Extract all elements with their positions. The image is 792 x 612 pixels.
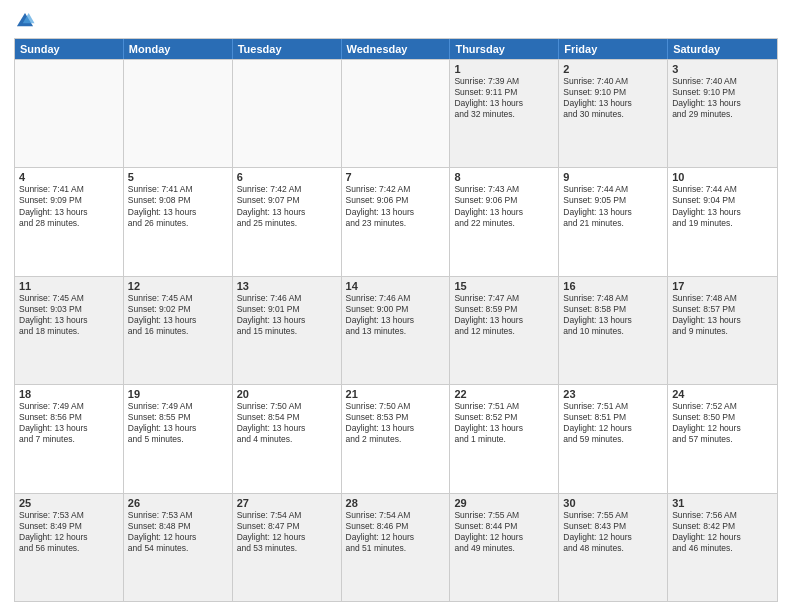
calendar-body: 1Sunrise: 7:39 AM Sunset: 9:11 PM Daylig…	[15, 59, 777, 601]
day-info: Sunrise: 7:40 AM Sunset: 9:10 PM Dayligh…	[563, 76, 663, 120]
day-number: 9	[563, 171, 663, 183]
day-number: 12	[128, 280, 228, 292]
day-info: Sunrise: 7:54 AM Sunset: 8:47 PM Dayligh…	[237, 510, 337, 554]
calendar-day-cell: 21Sunrise: 7:50 AM Sunset: 8:53 PM Dayli…	[342, 385, 451, 492]
day-number: 21	[346, 388, 446, 400]
day-info: Sunrise: 7:39 AM Sunset: 9:11 PM Dayligh…	[454, 76, 554, 120]
day-number: 7	[346, 171, 446, 183]
logo	[14, 10, 40, 32]
logo-icon	[14, 10, 36, 32]
day-info: Sunrise: 7:46 AM Sunset: 9:01 PM Dayligh…	[237, 293, 337, 337]
calendar-day-cell: 10Sunrise: 7:44 AM Sunset: 9:04 PM Dayli…	[668, 168, 777, 275]
calendar-day-cell: 15Sunrise: 7:47 AM Sunset: 8:59 PM Dayli…	[450, 277, 559, 384]
calendar-week-row: 4Sunrise: 7:41 AM Sunset: 9:09 PM Daylig…	[15, 167, 777, 275]
calendar-day-cell: 23Sunrise: 7:51 AM Sunset: 8:51 PM Dayli…	[559, 385, 668, 492]
day-number: 6	[237, 171, 337, 183]
day-number: 15	[454, 280, 554, 292]
day-info: Sunrise: 7:54 AM Sunset: 8:46 PM Dayligh…	[346, 510, 446, 554]
day-number: 23	[563, 388, 663, 400]
day-number: 11	[19, 280, 119, 292]
calendar-day-cell: 13Sunrise: 7:46 AM Sunset: 9:01 PM Dayli…	[233, 277, 342, 384]
day-info: Sunrise: 7:49 AM Sunset: 8:55 PM Dayligh…	[128, 401, 228, 445]
calendar-day-cell: 6Sunrise: 7:42 AM Sunset: 9:07 PM Daylig…	[233, 168, 342, 275]
calendar-week-row: 11Sunrise: 7:45 AM Sunset: 9:03 PM Dayli…	[15, 276, 777, 384]
day-number: 30	[563, 497, 663, 509]
calendar-day-cell: 31Sunrise: 7:56 AM Sunset: 8:42 PM Dayli…	[668, 494, 777, 601]
day-number: 25	[19, 497, 119, 509]
day-number: 3	[672, 63, 773, 75]
day-info: Sunrise: 7:45 AM Sunset: 9:03 PM Dayligh…	[19, 293, 119, 337]
calendar-day-cell: 28Sunrise: 7:54 AM Sunset: 8:46 PM Dayli…	[342, 494, 451, 601]
day-info: Sunrise: 7:50 AM Sunset: 8:54 PM Dayligh…	[237, 401, 337, 445]
day-number: 5	[128, 171, 228, 183]
header	[14, 10, 778, 32]
day-number: 19	[128, 388, 228, 400]
calendar-header-cell: Saturday	[668, 39, 777, 59]
day-number: 29	[454, 497, 554, 509]
day-number: 22	[454, 388, 554, 400]
calendar-day-cell: 26Sunrise: 7:53 AM Sunset: 8:48 PM Dayli…	[124, 494, 233, 601]
calendar-day-cell: 29Sunrise: 7:55 AM Sunset: 8:44 PM Dayli…	[450, 494, 559, 601]
day-number: 24	[672, 388, 773, 400]
day-number: 1	[454, 63, 554, 75]
calendar-day-cell: 16Sunrise: 7:48 AM Sunset: 8:58 PM Dayli…	[559, 277, 668, 384]
day-info: Sunrise: 7:48 AM Sunset: 8:57 PM Dayligh…	[672, 293, 773, 337]
calendar-day-cell	[342, 60, 451, 167]
day-info: Sunrise: 7:53 AM Sunset: 8:49 PM Dayligh…	[19, 510, 119, 554]
calendar-header-cell: Thursday	[450, 39, 559, 59]
calendar-day-cell: 7Sunrise: 7:42 AM Sunset: 9:06 PM Daylig…	[342, 168, 451, 275]
day-info: Sunrise: 7:47 AM Sunset: 8:59 PM Dayligh…	[454, 293, 554, 337]
calendar-day-cell: 25Sunrise: 7:53 AM Sunset: 8:49 PM Dayli…	[15, 494, 124, 601]
day-info: Sunrise: 7:44 AM Sunset: 9:05 PM Dayligh…	[563, 184, 663, 228]
day-number: 26	[128, 497, 228, 509]
day-number: 28	[346, 497, 446, 509]
day-info: Sunrise: 7:51 AM Sunset: 8:52 PM Dayligh…	[454, 401, 554, 445]
day-info: Sunrise: 7:55 AM Sunset: 8:43 PM Dayligh…	[563, 510, 663, 554]
calendar-day-cell: 3Sunrise: 7:40 AM Sunset: 9:10 PM Daylig…	[668, 60, 777, 167]
day-info: Sunrise: 7:55 AM Sunset: 8:44 PM Dayligh…	[454, 510, 554, 554]
day-number: 14	[346, 280, 446, 292]
calendar-day-cell: 24Sunrise: 7:52 AM Sunset: 8:50 PM Dayli…	[668, 385, 777, 492]
day-info: Sunrise: 7:42 AM Sunset: 9:07 PM Dayligh…	[237, 184, 337, 228]
day-info: Sunrise: 7:53 AM Sunset: 8:48 PM Dayligh…	[128, 510, 228, 554]
day-number: 13	[237, 280, 337, 292]
day-info: Sunrise: 7:44 AM Sunset: 9:04 PM Dayligh…	[672, 184, 773, 228]
day-info: Sunrise: 7:56 AM Sunset: 8:42 PM Dayligh…	[672, 510, 773, 554]
calendar-day-cell: 11Sunrise: 7:45 AM Sunset: 9:03 PM Dayli…	[15, 277, 124, 384]
day-info: Sunrise: 7:40 AM Sunset: 9:10 PM Dayligh…	[672, 76, 773, 120]
calendar-day-cell: 19Sunrise: 7:49 AM Sunset: 8:55 PM Dayli…	[124, 385, 233, 492]
calendar-day-cell: 5Sunrise: 7:41 AM Sunset: 9:08 PM Daylig…	[124, 168, 233, 275]
calendar-day-cell	[15, 60, 124, 167]
calendar-day-cell: 20Sunrise: 7:50 AM Sunset: 8:54 PM Dayli…	[233, 385, 342, 492]
day-number: 4	[19, 171, 119, 183]
calendar-day-cell: 18Sunrise: 7:49 AM Sunset: 8:56 PM Dayli…	[15, 385, 124, 492]
day-info: Sunrise: 7:43 AM Sunset: 9:06 PM Dayligh…	[454, 184, 554, 228]
day-number: 16	[563, 280, 663, 292]
calendar-header-cell: Tuesday	[233, 39, 342, 59]
calendar-day-cell: 14Sunrise: 7:46 AM Sunset: 9:00 PM Dayli…	[342, 277, 451, 384]
day-info: Sunrise: 7:41 AM Sunset: 9:09 PM Dayligh…	[19, 184, 119, 228]
day-info: Sunrise: 7:51 AM Sunset: 8:51 PM Dayligh…	[563, 401, 663, 445]
day-number: 31	[672, 497, 773, 509]
day-info: Sunrise: 7:50 AM Sunset: 8:53 PM Dayligh…	[346, 401, 446, 445]
day-number: 8	[454, 171, 554, 183]
calendar-day-cell	[124, 60, 233, 167]
calendar-day-cell: 30Sunrise: 7:55 AM Sunset: 8:43 PM Dayli…	[559, 494, 668, 601]
calendar: SundayMondayTuesdayWednesdayThursdayFrid…	[14, 38, 778, 602]
calendar-day-cell	[233, 60, 342, 167]
day-number: 27	[237, 497, 337, 509]
day-info: Sunrise: 7:48 AM Sunset: 8:58 PM Dayligh…	[563, 293, 663, 337]
calendar-day-cell: 22Sunrise: 7:51 AM Sunset: 8:52 PM Dayli…	[450, 385, 559, 492]
calendar-day-cell: 9Sunrise: 7:44 AM Sunset: 9:05 PM Daylig…	[559, 168, 668, 275]
day-info: Sunrise: 7:41 AM Sunset: 9:08 PM Dayligh…	[128, 184, 228, 228]
calendar-header-cell: Friday	[559, 39, 668, 59]
calendar-day-cell: 12Sunrise: 7:45 AM Sunset: 9:02 PM Dayli…	[124, 277, 233, 384]
calendar-day-cell: 1Sunrise: 7:39 AM Sunset: 9:11 PM Daylig…	[450, 60, 559, 167]
day-number: 20	[237, 388, 337, 400]
day-info: Sunrise: 7:49 AM Sunset: 8:56 PM Dayligh…	[19, 401, 119, 445]
day-number: 2	[563, 63, 663, 75]
page: SundayMondayTuesdayWednesdayThursdayFrid…	[0, 0, 792, 612]
calendar-day-cell: 8Sunrise: 7:43 AM Sunset: 9:06 PM Daylig…	[450, 168, 559, 275]
calendar-week-row: 25Sunrise: 7:53 AM Sunset: 8:49 PM Dayli…	[15, 493, 777, 601]
calendar-week-row: 1Sunrise: 7:39 AM Sunset: 9:11 PM Daylig…	[15, 59, 777, 167]
